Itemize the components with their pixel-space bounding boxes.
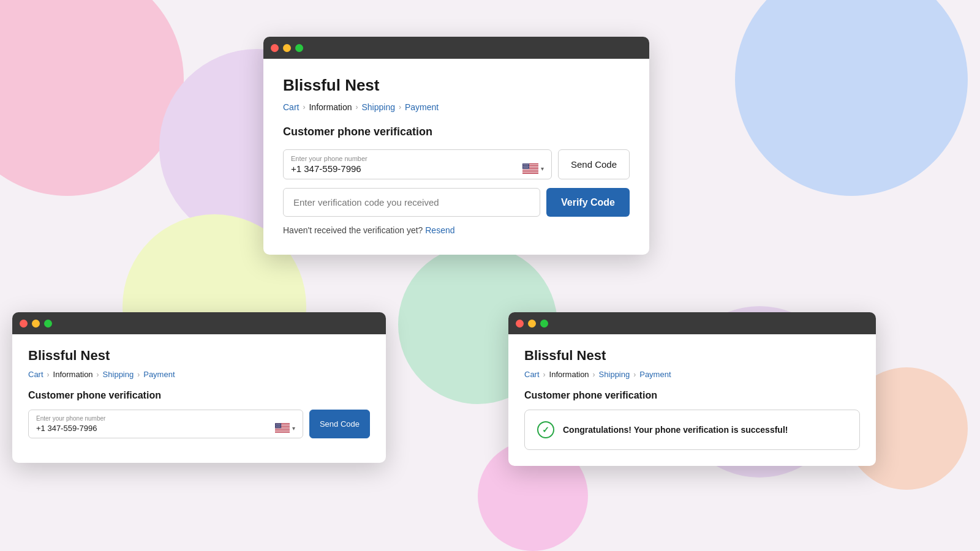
titlebar-bottom-right (508, 312, 876, 334)
breadcrumb-information-main[interactable]: Information (309, 102, 352, 112)
close-button-bl[interactable] (20, 320, 28, 328)
svg-rect-5 (522, 170, 538, 170)
phone-input-wrapper-bl[interactable]: Enter your phone number +1 347-559-7996 (28, 410, 303, 438)
breadcrumb-information-br[interactable]: Information (549, 370, 589, 379)
svg-point-53 (279, 425, 279, 426)
bottom-left-window: Blissful Nest Cart › Information › Shipp… (12, 312, 386, 463)
verify-code-input-main[interactable] (283, 188, 540, 217)
minimize-button-main[interactable] (283, 44, 291, 52)
breadcrumb-shipping-bl[interactable]: Shipping (103, 370, 134, 379)
breadcrumb-cart-br[interactable]: Cart (524, 370, 540, 379)
app-title-main: Blissful Nest (283, 76, 630, 95)
svg-point-43 (278, 424, 279, 424)
phone-input-inner-bl: +1 347-559-7996 (36, 423, 295, 433)
svg-point-45 (280, 424, 281, 424)
svg-point-16 (526, 165, 527, 165)
breadcrumb-sep1-main: › (303, 103, 305, 111)
svg-rect-37 (275, 429, 290, 430)
svg-point-30 (527, 168, 527, 168)
breadcrumb-information-bl[interactable]: Information (53, 370, 93, 379)
svg-point-29 (526, 168, 526, 168)
svg-point-11 (526, 164, 526, 165)
svg-point-59 (276, 427, 276, 428)
us-flag-icon-bl (275, 423, 290, 433)
success-box: ✓ Congratulations! Your phone verificati… (524, 410, 860, 450)
breadcrumb-sep1-bl: › (47, 370, 50, 379)
window-body-bl: Blissful Nest Cart › Information › Shipp… (12, 334, 386, 463)
svg-point-42 (277, 424, 277, 424)
app-title-bl: Blissful Nest (28, 348, 370, 364)
breadcrumb-cart-main[interactable]: Cart (283, 102, 299, 112)
svg-rect-39 (275, 432, 290, 433)
resend-link-main[interactable]: Resend (425, 225, 454, 235)
verify-code-button-main[interactable]: Verify Code (546, 188, 630, 217)
svg-point-9 (523, 164, 524, 165)
breadcrumb-sep3-main: › (399, 103, 401, 111)
breadcrumb-payment-main[interactable]: Payment (405, 102, 439, 112)
section-title-br: Customer phone verification (524, 390, 860, 401)
svg-point-12 (527, 164, 527, 165)
resend-row-main: Haven't received the verification yet? R… (283, 225, 630, 235)
window-body-br: Blissful Nest Cart › Information › Shipp… (508, 334, 876, 466)
success-icon-circle: ✓ (537, 421, 554, 438)
phone-label-main: Enter your phone number (291, 155, 544, 162)
send-code-button-main[interactable]: Send Code (558, 149, 630, 179)
breadcrumb-sep2-br: › (593, 370, 595, 379)
maximize-button-main[interactable] (295, 44, 303, 52)
phone-label-bl: Enter your phone number (36, 415, 295, 422)
resend-text-main: Haven't received the verification yet? (283, 225, 423, 235)
phone-number-main: +1 347-559-7996 (291, 163, 361, 174)
svg-point-49 (279, 424, 280, 425)
svg-point-21 (527, 166, 527, 167)
send-code-button-bl[interactable]: Send Code (309, 410, 370, 438)
breadcrumb-sep1-br: › (543, 370, 546, 379)
svg-point-44 (279, 424, 279, 424)
svg-point-25 (526, 167, 527, 168)
breadcrumb-shipping-br[interactable]: Shipping (599, 370, 630, 379)
svg-point-62 (279, 427, 279, 428)
breadcrumb-main: Cart › Information › Shipping › Payment (283, 102, 630, 112)
svg-point-60 (277, 427, 277, 428)
svg-point-17 (527, 165, 528, 165)
phone-input-wrapper-main[interactable]: Enter your phone number +1 347-559-7996 (283, 149, 552, 179)
svg-point-20 (526, 166, 526, 167)
bg-circle-pink (0, 0, 184, 196)
titlebar-main (263, 37, 649, 59)
main-window: Blissful Nest Cart › Information › Shipp… (263, 37, 649, 255)
breadcrumb-shipping-main[interactable]: Shipping (362, 102, 396, 112)
success-message: Congratulations! Your phone verification… (563, 425, 788, 435)
close-button-br[interactable] (516, 320, 524, 328)
svg-rect-6 (522, 171, 538, 172)
checkmark-icon: ✓ (542, 425, 549, 435)
minimize-button-bl[interactable] (32, 320, 40, 328)
maximize-button-bl[interactable] (44, 320, 52, 328)
app-title-br: Blissful Nest (524, 348, 860, 364)
breadcrumb-sep3-br: › (633, 370, 636, 379)
svg-point-41 (276, 424, 276, 424)
maximize-button-br[interactable] (540, 320, 548, 328)
window-body-main: Blissful Nest Cart › Information › Shipp… (263, 59, 649, 255)
svg-point-23 (524, 167, 524, 168)
flag-dropdown-main[interactable]: ▾ (522, 163, 544, 174)
svg-point-48 (278, 424, 279, 425)
breadcrumb-payment-br[interactable]: Payment (639, 370, 671, 379)
svg-point-51 (277, 425, 277, 426)
breadcrumb-payment-bl[interactable]: Payment (143, 370, 175, 379)
minimize-button-br[interactable] (528, 320, 536, 328)
svg-point-58 (279, 426, 280, 427)
phone-row-bl: Enter your phone number +1 347-559-7996 (28, 410, 370, 438)
breadcrumb-cart-bl[interactable]: Cart (28, 370, 43, 379)
breadcrumb-sep2-bl: › (97, 370, 99, 379)
close-button-main[interactable] (271, 44, 279, 52)
svg-rect-7 (522, 173, 538, 174)
svg-point-24 (525, 167, 526, 168)
phone-input-inner-main: +1 347-559-7996 (291, 163, 544, 174)
section-title-main: Customer phone verification (283, 126, 630, 138)
flag-dropdown-bl[interactable]: ▾ (275, 423, 295, 433)
svg-point-26 (527, 167, 528, 168)
svg-point-31 (528, 168, 529, 168)
svg-point-54 (280, 425, 281, 426)
svg-point-15 (525, 165, 526, 165)
svg-rect-38 (275, 430, 290, 431)
svg-point-55 (276, 426, 277, 427)
